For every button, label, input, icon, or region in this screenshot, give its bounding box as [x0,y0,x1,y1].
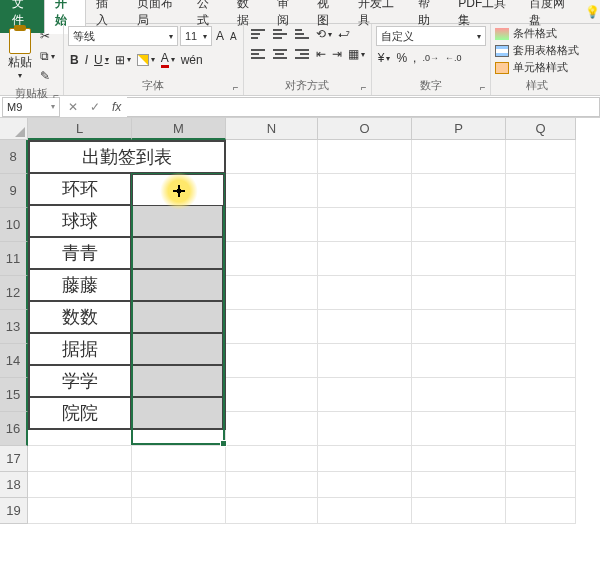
cell-styles-button[interactable]: 单元格样式 [495,60,579,75]
cell[interactable] [132,472,226,498]
worksheet[interactable]: LMNOPQ 8910111213141516171819 出勤签到表环环球球青… [0,118,600,574]
name-cell[interactable]: 环环 [29,173,131,205]
cell[interactable] [318,472,412,498]
copy-button[interactable] [38,48,57,64]
row-header-18[interactable]: 18 [0,472,28,498]
cell[interactable] [506,472,576,498]
cell[interactable] [318,412,412,446]
cell[interactable] [132,446,226,472]
column-header-L[interactable]: L [28,118,132,140]
cell[interactable] [412,140,506,174]
column-header-M[interactable]: M [132,118,226,140]
cell[interactable] [318,242,412,276]
name-cell[interactable]: 据据 [29,333,131,365]
font-size-combo[interactable]: 11▾ [180,26,212,46]
font-name-combo[interactable]: 等线▾ [68,26,178,46]
cut-button[interactable] [38,28,57,44]
cell[interactable] [412,174,506,208]
fill-color-button[interactable] [135,53,157,67]
increase-indent-button[interactable]: ⇥ [330,46,344,62]
cell[interactable] [412,498,506,524]
cell[interactable] [226,140,318,174]
cell[interactable] [506,276,576,310]
row-header-19[interactable]: 19 [0,498,28,524]
cell[interactable] [226,242,318,276]
cell[interactable] [318,276,412,310]
row-header-14[interactable]: 14 [0,344,28,378]
orientation-button[interactable]: ⟲ [314,26,334,42]
cell[interactable] [506,140,576,174]
column-header-N[interactable]: N [226,118,318,140]
checkin-cell[interactable] [131,301,223,333]
checkin-cell[interactable] [131,205,223,237]
checkin-cell[interactable] [131,365,223,397]
increase-font-button[interactable]: A [214,28,226,44]
cell[interactable] [226,498,318,524]
clipboard-launcher[interactable]: ⌐ [53,90,59,101]
cell[interactable] [412,242,506,276]
name-cell[interactable]: 青青 [29,237,131,269]
row-headers[interactable]: 8910111213141516171819 [0,140,28,524]
cell[interactable] [412,472,506,498]
cell[interactable] [28,472,132,498]
cell[interactable] [318,140,412,174]
alignment-launcher[interactable]: ⌐ [361,82,367,93]
bold-button[interactable]: B [68,52,81,68]
cell[interactable] [318,310,412,344]
decrease-decimal-button[interactable] [443,50,464,66]
cell[interactable] [226,174,318,208]
cell[interactable] [506,378,576,412]
cell[interactable] [318,208,412,242]
merge-center-button[interactable] [346,46,367,62]
checkin-cell[interactable] [131,269,223,301]
column-header-O[interactable]: O [318,118,412,140]
column-headers[interactable]: LMNOPQ [28,118,600,140]
cell[interactable] [28,498,132,524]
cell[interactable] [412,446,506,472]
paste-button[interactable]: 粘贴 ▾ [4,26,36,82]
row-header-16[interactable]: 16 [0,412,28,446]
wrap-text-button[interactable] [336,26,352,42]
font-launcher[interactable]: ⌐ [233,82,239,93]
phonetic-button[interactable]: wén [179,52,205,68]
cell[interactable] [318,378,412,412]
cell[interactable] [506,412,576,446]
row-header-8[interactable]: 8 [0,140,28,174]
align-bottom-button[interactable] [292,26,312,42]
row-header-17[interactable]: 17 [0,446,28,472]
checkin-cell[interactable] [131,237,223,269]
cell[interactable] [318,446,412,472]
cell[interactable] [506,174,576,208]
cell[interactable] [226,446,318,472]
insert-function-button[interactable]: fx [106,100,127,114]
cell[interactable] [412,378,506,412]
row-header-11[interactable]: 11 [0,242,28,276]
name-cell[interactable]: 数数 [29,301,131,333]
cell[interactable] [506,242,576,276]
cell[interactable] [318,498,412,524]
active-cell[interactable] [132,174,224,206]
formula-bar[interactable] [127,97,600,117]
checkin-cell[interactable] [131,397,223,429]
cell[interactable] [226,344,318,378]
align-center-button[interactable] [270,46,290,62]
percent-button[interactable] [394,50,409,66]
format-painter-button[interactable] [38,68,57,84]
decrease-font-button[interactable]: A [228,30,239,43]
name-cell[interactable]: 藤藤 [29,269,131,301]
align-left-button[interactable] [248,46,268,62]
comma-style-button[interactable] [411,50,418,66]
cell[interactable] [226,472,318,498]
align-middle-button[interactable] [270,26,290,42]
align-right-button[interactable] [292,46,312,62]
format-as-table-button[interactable]: 套用表格格式 [495,43,579,58]
cancel-button[interactable]: ✕ [62,100,84,114]
name-cell[interactable]: 球球 [29,205,131,237]
cell[interactable] [506,344,576,378]
cell[interactable] [412,310,506,344]
cell[interactable] [318,174,412,208]
underline-button[interactable]: U [92,52,111,68]
increase-decimal-button[interactable] [420,50,441,66]
cell[interactable] [412,276,506,310]
cell[interactable] [412,412,506,446]
